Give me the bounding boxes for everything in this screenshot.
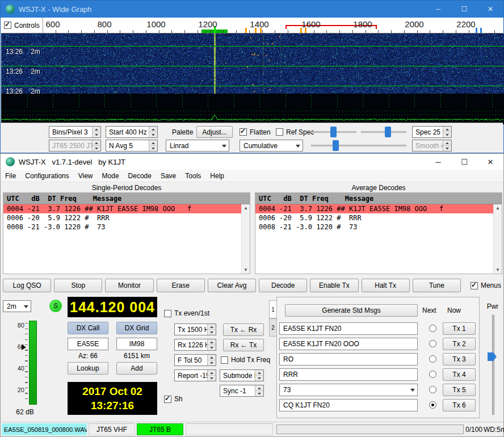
decode-row[interactable]: 0006 -20 5.9 1222 # RRR [255, 213, 502, 222]
f-tol-spinner[interactable]: F Tol 50 [174, 354, 216, 366]
checkbox-box[interactable] [471, 282, 478, 289]
chevron-down-icon[interactable] [408, 384, 417, 396]
waterfall-zero-slider[interactable] [361, 126, 406, 138]
tx-freq-spinner[interactable]: Tx 1500 Hz [174, 323, 216, 335]
maximize-icon[interactable]: ☐ [451, 1, 477, 18]
tab-1[interactable]: 1 [269, 300, 277, 318]
flatten-checkbox[interactable]: Flatten [240, 126, 271, 138]
controls-checkbox[interactable] [4, 22, 11, 29]
scroll-down-icon[interactable]: ▼ [243, 267, 248, 272]
tx-from-rx-button[interactable]: Tx ← Rx [223, 323, 264, 336]
pwr-slider-handle[interactable] [488, 352, 497, 361]
dx-grid-field[interactable]: IM98 [116, 338, 157, 350]
menu-decode[interactable]: Decode [124, 170, 156, 182]
add-button[interactable]: Add [116, 362, 157, 375]
halt-tx-button[interactable]: Halt Tx [362, 279, 410, 292]
rx-from-tx-button[interactable]: Rx ← Tx [223, 339, 264, 351]
scroll-up-icon[interactable]: ▲ [495, 205, 500, 211]
tx-message-field-6[interactable]: CQ K1JT FN20 [279, 399, 418, 411]
tab-2[interactable]: 2 [269, 318, 277, 337]
decode-row[interactable]: 0008 -21 -3.0 1220 # 73 [255, 222, 502, 232]
sh-checkbox[interactable]: Sh [164, 395, 183, 403]
submode-spinner[interactable]: Submode B [220, 369, 264, 381]
next-radio-3[interactable] [429, 355, 436, 363]
monitor-button[interactable]: Monitor [105, 279, 153, 292]
adjust-palette-button[interactable]: Adjust... [196, 126, 233, 138]
tx-message-combo-5[interactable]: 73 [279, 384, 418, 396]
decode-row[interactable]: 0006 -20 5.9 1222 # RRR [3, 213, 250, 222]
checkbox-box[interactable] [276, 128, 283, 136]
close-icon[interactable]: ✕ [477, 154, 503, 170]
next-radio-6[interactable] [429, 401, 436, 409]
rx-freq-spinner[interactable]: Rx 1226 Hz [174, 339, 216, 351]
checkbox-box[interactable] [221, 356, 228, 364]
menu-save[interactable]: Save [156, 170, 180, 182]
waterfall-gain-slider[interactable] [311, 126, 356, 138]
close-icon[interactable]: ✕ [477, 1, 503, 18]
scrollbar[interactable]: ▲▼ [241, 204, 250, 274]
menu-file[interactable]: File [1, 170, 20, 182]
scroll-up-icon[interactable]: ▲ [243, 205, 248, 211]
hold-tx-freq-checkbox[interactable]: Hold Tx Freq [221, 356, 270, 364]
dx-call-field[interactable]: EA5SE [68, 338, 108, 350]
tx-message-field-2[interactable]: EA5SE K1JT FN20 OOO [279, 338, 418, 350]
next-radio-5[interactable] [429, 386, 436, 393]
decode-button[interactable]: Decode [259, 279, 307, 292]
dx-grid-button[interactable]: DX Grid [116, 322, 157, 334]
tx2-button[interactable]: Tx 2 [443, 338, 476, 350]
spinner-arrows-icon[interactable] [443, 127, 451, 137]
start-freq-spinner[interactable]: Start 400 Hz [106, 126, 158, 138]
menu-tools[interactable]: Tools [180, 170, 205, 182]
tune-button[interactable]: Tune [413, 279, 461, 292]
spinner-arrows-icon[interactable] [149, 140, 157, 151]
waterfall-canvas[interactable] [1, 33, 504, 124]
menu-mode[interactable]: Mode [98, 170, 124, 182]
log-qso-button[interactable]: Log QSO [3, 279, 51, 292]
spinner-arrows-icon[interactable] [255, 385, 263, 396]
spinner-arrows-icon[interactable] [149, 127, 157, 137]
sync-spinner[interactable]: Sync -1 [220, 385, 264, 397]
checkbox-box[interactable] [164, 396, 171, 403]
chevron-down-icon[interactable] [219, 140, 229, 151]
chevron-down-icon[interactable] [21, 301, 31, 312]
minimize-icon[interactable]: ─ [425, 1, 451, 18]
tx3-button[interactable]: Tx 3 [443, 353, 476, 365]
checkbox-box[interactable] [164, 310, 171, 317]
maximize-icon[interactable]: ☐ [451, 154, 477, 170]
generate-std-msgs-button[interactable]: Generate Std Msgs [285, 304, 418, 317]
decode-row[interactable]: 0008 -21 -3.0 1220 # 73 [3, 222, 250, 232]
palette-combo[interactable]: Linrad [166, 140, 229, 152]
slider-handle[interactable] [330, 127, 337, 137]
menu-configurations[interactable]: Configurations [20, 170, 73, 182]
tx-message-field-4[interactable]: RRR [279, 368, 418, 381]
decode-row[interactable]: 0004 -21 3.7 1226 ## K1JT EA5SE IM98 OOO… [255, 204, 502, 213]
spinner-arrows-icon[interactable] [255, 370, 263, 381]
menu-view[interactable]: View [74, 170, 98, 182]
minimize-icon[interactable]: ─ [425, 154, 451, 170]
tx4-button[interactable]: Tx 4 [443, 368, 476, 381]
next-radio-1[interactable] [429, 325, 436, 332]
tx-message-field-3[interactable]: RO [279, 353, 418, 365]
checkbox-box[interactable] [240, 128, 247, 136]
slider-handle[interactable] [333, 140, 339, 151]
single-decodes-area[interactable]: 0004 -21 3.7 1226 ## K1JT EA5SE IM98 OOO… [3, 204, 250, 274]
report-spinner[interactable]: Report -15 [174, 369, 216, 381]
enable-tx-button[interactable]: Enable Tx [310, 279, 358, 292]
waterfall[interactable]: 13:26 2m 13:26 2m 13:26 2m [1, 33, 503, 124]
clear-avg-button[interactable]: Clear Avg [208, 279, 256, 292]
chevron-down-icon[interactable] [293, 140, 303, 151]
spinner-arrows-icon[interactable] [92, 127, 100, 137]
next-radio-2[interactable] [429, 340, 436, 347]
tx-message-field-1[interactable]: EA5SE K1JT FN20 [279, 322, 418, 335]
decode-row[interactable]: 0004 -21 3.7 1226 ## K1JT EA5SE IM98 OOO… [3, 204, 250, 213]
tx1-button[interactable]: Tx 1 [443, 322, 476, 335]
erase-button[interactable]: Erase [157, 279, 205, 292]
pwr-slider[interactable] [492, 315, 494, 415]
spinner-arrows-icon[interactable] [207, 355, 216, 365]
spinner-arrows-icon[interactable] [207, 370, 216, 381]
dx-call-button[interactable]: DX Call [68, 322, 108, 334]
spectrum-type-combo[interactable]: Cumulative [240, 140, 303, 152]
slider-handle[interactable] [385, 127, 391, 137]
next-radio-4[interactable] [429, 371, 436, 378]
stop-button[interactable]: Stop [54, 279, 102, 292]
